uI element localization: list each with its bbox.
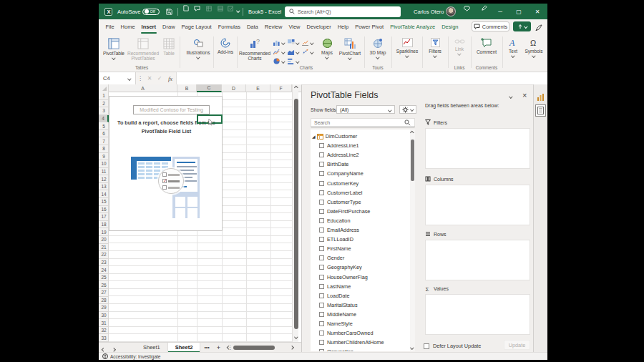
fields-pane-icon[interactable] bbox=[535, 104, 546, 117]
pivotchart-button[interactable]: PivotChart bbox=[338, 38, 362, 59]
share-button[interactable] bbox=[513, 21, 531, 31]
row-header-23[interactable]: 23 bbox=[99, 259, 109, 267]
field-checkbox[interactable] bbox=[319, 255, 324, 260]
field-item-education[interactable]: Education bbox=[311, 216, 411, 225]
row-header-16[interactable]: 16 bbox=[99, 206, 109, 214]
collapse-icon[interactable]: ◢ bbox=[312, 134, 316, 139]
row-header-2[interactable]: 2 bbox=[99, 100, 109, 108]
field-checkbox[interactable] bbox=[319, 321, 324, 326]
new-file-icon[interactable] bbox=[181, 4, 190, 13]
field-item-namestyle[interactable]: NameStyle bbox=[311, 319, 411, 328]
symbols-button[interactable]: Ω Symbols bbox=[524, 38, 544, 57]
column-chart-button[interactable] bbox=[273, 39, 285, 46]
chat-icon[interactable] bbox=[192, 4, 202, 13]
row-header-4[interactable]: 4 bbox=[99, 115, 109, 123]
field-checkbox[interactable] bbox=[319, 275, 324, 280]
recommended-charts-button[interactable]: ? Recommended Charts bbox=[240, 38, 270, 61]
area-chart-button[interactable] bbox=[288, 49, 299, 55]
field-item-gender[interactable]: Gender bbox=[311, 253, 411, 263]
field-checkbox[interactable] bbox=[319, 228, 324, 233]
field-item-customertype[interactable]: CustomerType bbox=[311, 197, 411, 207]
column-header-E[interactable]: E bbox=[246, 84, 270, 92]
field-item-addressline2[interactable]: AddressLine2 bbox=[311, 150, 411, 160]
field-checkbox[interactable] bbox=[319, 265, 324, 270]
row-header-18[interactable]: 18 bbox=[99, 221, 109, 229]
area-dropzone-rows[interactable] bbox=[425, 240, 530, 280]
field-checkbox[interactable] bbox=[319, 303, 324, 308]
show-fields-dropdown[interactable]: (All) bbox=[336, 105, 395, 114]
sheet-tab-sheet2[interactable]: Sheet2 bbox=[168, 343, 201, 353]
field-checkbox[interactable] bbox=[319, 340, 324, 345]
field-table-dimcustomer[interactable]: ◢DimCustomer bbox=[311, 132, 411, 141]
row-header-25[interactable]: 25 bbox=[99, 274, 109, 282]
sheet-tab-sheet1[interactable]: Sheet1 bbox=[136, 343, 168, 353]
formula-input[interactable] bbox=[176, 72, 547, 84]
field-item-firstname[interactable]: FirstName bbox=[311, 244, 411, 253]
defer-layout-update[interactable]: Defer Layout Update bbox=[424, 343, 481, 349]
row-header-6[interactable]: 6 bbox=[99, 130, 109, 138]
field-item-lastname[interactable]: LastName bbox=[311, 282, 411, 291]
area-dropzone-values[interactable] bbox=[425, 294, 530, 335]
field-checkbox[interactable] bbox=[319, 218, 324, 223]
illustrations-button[interactable]: Illustrations bbox=[185, 38, 212, 59]
column-header-C[interactable]: C bbox=[197, 84, 222, 92]
pane-chevron-icon[interactable] bbox=[509, 92, 512, 99]
row-header-30[interactable]: 30 bbox=[99, 312, 109, 320]
field-checkbox[interactable] bbox=[319, 293, 324, 298]
field-item-addressline1[interactable]: AddressLine1 bbox=[311, 141, 411, 150]
row-header-22[interactable]: 22 bbox=[99, 251, 109, 259]
addins-button[interactable]: Add-ins bbox=[216, 38, 235, 54]
pane-close-icon[interactable]: × bbox=[522, 91, 527, 99]
ribbon-tab-insert[interactable]: Insert bbox=[138, 19, 159, 34]
field-checkbox[interactable] bbox=[319, 284, 324, 289]
defer-checkbox[interactable] bbox=[424, 343, 429, 349]
row-header-19[interactable]: 19 bbox=[99, 228, 109, 236]
field-checkbox[interactable] bbox=[319, 171, 324, 176]
column-header-D[interactable]: D bbox=[222, 84, 246, 92]
scatter-chart-button[interactable] bbox=[302, 49, 313, 55]
sparklines-button[interactable]: Sparklines bbox=[394, 38, 420, 57]
row-header-12[interactable]: 12 bbox=[99, 175, 109, 183]
field-checkbox[interactable] bbox=[319, 312, 324, 317]
fields-search-input[interactable]: Search bbox=[311, 118, 415, 127]
3dmap-button[interactable]: 3D Map bbox=[367, 38, 389, 59]
ribbon-tab-page-layout[interactable]: Page Layout bbox=[178, 19, 215, 34]
pie-chart-button[interactable] bbox=[273, 58, 285, 64]
ribbon-tab-file[interactable]: File bbox=[102, 19, 117, 34]
row-header-1[interactable]: 1 bbox=[99, 92, 109, 100]
row-headers[interactable]: 1234567891011121314151617181920212223242… bbox=[99, 92, 109, 342]
row-header-15[interactable]: 15 bbox=[99, 198, 109, 206]
field-list-scrollbar[interactable] bbox=[410, 129, 415, 351]
user-name[interactable]: Carlos Otero bbox=[414, 4, 444, 19]
horizontal-scrollbar[interactable] bbox=[228, 345, 293, 351]
row-header-20[interactable]: 20 bbox=[99, 236, 109, 244]
pen-icon[interactable] bbox=[479, 4, 489, 13]
row-header-7[interactable]: 7 bbox=[99, 137, 109, 145]
grid-vertical-scrollbar[interactable] bbox=[292, 84, 298, 342]
excel-logo-icon[interactable] bbox=[104, 4, 112, 19]
field-item-houseownerflag[interactable]: HouseOwnerFlag bbox=[311, 273, 411, 282]
scroll-down-icon[interactable] bbox=[293, 333, 299, 341]
row-header-29[interactable]: 29 bbox=[99, 304, 109, 312]
row-header-14[interactable]: 14 bbox=[99, 190, 109, 198]
field-item-emailaddress[interactable]: EmailAddress bbox=[311, 225, 411, 235]
field-checkbox[interactable] bbox=[319, 190, 324, 195]
editor-icon[interactable] bbox=[535, 22, 543, 31]
ribbon-tab-home[interactable]: Home bbox=[117, 19, 138, 34]
field-item-companyname[interactable]: CompanyName bbox=[311, 169, 411, 178]
row-header-24[interactable]: 24 bbox=[99, 266, 109, 274]
row-header-28[interactable]: 28 bbox=[99, 297, 109, 305]
maximize-button[interactable]: ▢ bbox=[512, 4, 525, 19]
status-text[interactable]: Accessibility: Investigate bbox=[110, 354, 160, 359]
autosave-toggle[interactable]: Off bbox=[142, 4, 160, 19]
ribbon-tab-data[interactable]: Data bbox=[243, 19, 261, 34]
field-list[interactable]: ◢DimCustomerAddressLine1AddressLine2Birt… bbox=[311, 129, 415, 351]
line-chart-button[interactable] bbox=[273, 49, 285, 55]
row-header-21[interactable]: 21 bbox=[99, 244, 109, 252]
waterfall-chart-button[interactable] bbox=[302, 39, 313, 46]
row-header-31[interactable]: 31 bbox=[99, 319, 109, 327]
ribbon-tab-view[interactable]: View bbox=[286, 19, 303, 34]
column-header-B[interactable]: B bbox=[177, 84, 197, 92]
ribbon-tab-developer[interactable]: Developer bbox=[303, 19, 334, 34]
close-button[interactable]: ✕ bbox=[531, 4, 544, 19]
